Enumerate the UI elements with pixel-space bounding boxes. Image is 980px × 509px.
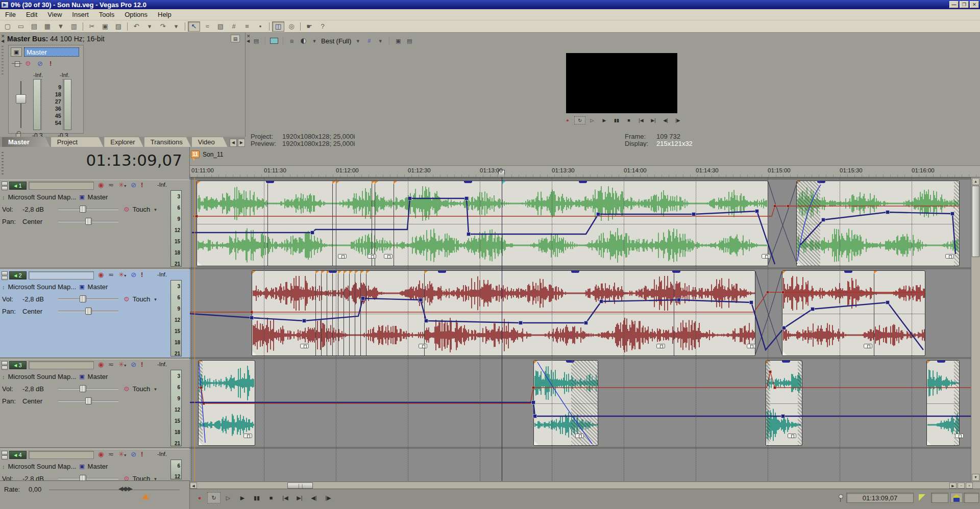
track-fx-button[interactable]: ✳▾ bbox=[118, 181, 126, 189]
device-label[interactable]: Microsoft Sound Map... bbox=[8, 193, 77, 201]
automation-dropdown-icon[interactable]: ▾ bbox=[154, 387, 157, 392]
pin-time-icon[interactable] bbox=[838, 494, 843, 502]
preview-play-from-start-button[interactable]: ▷ bbox=[586, 116, 598, 124]
stop-button[interactable]: ■ bbox=[264, 492, 278, 503]
preview-next-frame-button[interactable]: |▶ bbox=[672, 116, 683, 124]
selection-edit-tool-icon[interactable]: ▧ bbox=[214, 21, 227, 32]
home-icon[interactable] bbox=[950, 493, 963, 503]
track-restore-button[interactable] bbox=[2, 455, 8, 460]
mute-button[interactable]: ⊘ bbox=[131, 181, 136, 189]
timeline-time-display[interactable]: 01:13:09,07 bbox=[86, 151, 182, 169]
audio-event[interactable] bbox=[766, 360, 802, 446]
master-fader[interactable] bbox=[16, 81, 26, 128]
overlay-grid-icon[interactable]: # bbox=[364, 37, 374, 45]
preview-quality-label[interactable]: Best (Full) bbox=[321, 37, 351, 45]
device-label[interactable]: Microsoft Sound Map... bbox=[8, 373, 77, 380]
pan-value[interactable]: Center bbox=[22, 397, 58, 405]
track-envelope-button[interactable]: ≂ bbox=[108, 181, 114, 189]
import-media-icon[interactable]: ▼ bbox=[55, 21, 67, 32]
marker-bar[interactable]: 11 Son_11 bbox=[190, 147, 980, 166]
overlay-dropdown-icon[interactable]: ▾ bbox=[376, 37, 385, 45]
close-panel-icon[interactable]: ✕ bbox=[1, 34, 5, 39]
lock-envelopes-icon[interactable]: ▪ bbox=[254, 21, 266, 32]
event-fx-button[interactable] bbox=[300, 344, 309, 348]
preview-go-to-start-button[interactable]: |◀ bbox=[635, 116, 647, 124]
redo-icon[interactable]: ↷ bbox=[157, 21, 169, 32]
event-fx-button[interactable] bbox=[788, 434, 796, 438]
track-restore-button[interactable] bbox=[2, 276, 8, 280]
loop-playback-button[interactable]: ↻ bbox=[207, 492, 220, 503]
volume-slider[interactable] bbox=[58, 478, 118, 479]
mute-button[interactable]: ⊘ bbox=[131, 450, 136, 458]
interactive-tutorials-icon[interactable]: ☛ bbox=[303, 21, 315, 32]
tab-video-f[interactable]: Video F bbox=[192, 137, 228, 147]
marker-tag[interactable]: 11 bbox=[191, 150, 200, 158]
audio-event[interactable] bbox=[197, 181, 768, 266]
track-name-input[interactable] bbox=[29, 451, 94, 459]
volume-slider[interactable] bbox=[58, 298, 118, 300]
whats-this-help-icon[interactable]: ? bbox=[316, 21, 329, 32]
copy-frame-icon[interactable]: ▣ bbox=[394, 37, 403, 45]
scroll-left-arrow[interactable]: ◀ bbox=[190, 482, 197, 489]
mute-button[interactable]: ⊘ bbox=[131, 271, 136, 278]
automation-gear-icon[interactable]: ⚙ bbox=[124, 206, 130, 213]
external-monitor-icon[interactable] bbox=[270, 37, 279, 45]
restore-button[interactable]: ❐ bbox=[960, 1, 969, 8]
audio-event[interactable] bbox=[782, 270, 925, 356]
panel-grip[interactable] bbox=[2, 152, 4, 175]
record-arm-button[interactable]: ◉ bbox=[98, 361, 104, 368]
solo-button[interactable]: ! bbox=[141, 181, 143, 189]
vertical-scrollbar[interactable]: ▲ ▼ bbox=[971, 177, 980, 481]
redo-dropdown-icon[interactable]: ▾ bbox=[170, 21, 182, 32]
close-panel-icon[interactable]: ✕ bbox=[247, 34, 251, 39]
bus-icon[interactable]: ▣ bbox=[79, 373, 84, 380]
enable-snapping-icon[interactable]: # bbox=[228, 21, 240, 32]
rate-slider[interactable] bbox=[49, 490, 180, 490]
tab-master-bus[interactable]: Master Bus bbox=[2, 137, 50, 147]
device-label[interactable]: Microsoft Sound Map... bbox=[8, 283, 77, 291]
track-header[interactable]: ◀1 ◉ ≂ ✳▾ ⊘ ! -Inf. 36912151821 ↕ Micros… bbox=[0, 180, 190, 268]
volume-value[interactable]: -2.8 dB bbox=[22, 475, 58, 481]
event-fx-button[interactable] bbox=[945, 254, 954, 259]
bus-icon[interactable]: ▣ bbox=[79, 463, 84, 470]
automation-gear-icon[interactable]: ⚙ bbox=[124, 475, 130, 481]
audio-event[interactable] bbox=[252, 270, 755, 356]
menu-options[interactable]: Options bbox=[119, 10, 153, 19]
preview-go-to-end-button[interactable]: ▶| bbox=[648, 116, 659, 124]
event-fx-button[interactable] bbox=[243, 434, 252, 438]
collapse-panel-icon[interactable]: ◀ bbox=[1, 39, 4, 43]
normal-edit-tool-icon[interactable]: ↖ bbox=[188, 21, 200, 32]
track-header[interactable]: ◀4 ◉ ≂ ✳▾ ⊘ ! -Inf. 612 ↕ Microsoft Soun… bbox=[0, 449, 190, 481]
track-minimize-button[interactable] bbox=[2, 361, 8, 365]
quality-dropdown-icon[interactable]: ▾ bbox=[353, 37, 362, 45]
audio-event[interactable] bbox=[796, 181, 960, 266]
track-envelope-button[interactable]: ≂ bbox=[108, 271, 114, 278]
zoom-out-button[interactable]: − bbox=[958, 482, 965, 489]
device-label[interactable]: Microsoft Sound Map... bbox=[8, 463, 77, 470]
pan-slider[interactable] bbox=[58, 311, 118, 312]
event-fx-button[interactable] bbox=[955, 434, 964, 438]
tab-explorer[interactable]: Explorer bbox=[104, 137, 143, 147]
master-mute-icon[interactable]: ⊘ bbox=[37, 60, 43, 67]
volume-slider[interactable] bbox=[58, 209, 118, 210]
automation-mode[interactable]: Touch bbox=[133, 206, 151, 213]
track-lane-4[interactable] bbox=[190, 449, 980, 481]
render-as-icon[interactable]: ▦ bbox=[41, 21, 54, 32]
cut-icon[interactable]: ✂ bbox=[86, 21, 98, 32]
menu-file[interactable]: File bbox=[0, 10, 21, 19]
track-restore-button[interactable] bbox=[2, 366, 8, 370]
undo-icon[interactable]: ↶ bbox=[130, 21, 142, 32]
automation-gear-icon[interactable]: ⚙ bbox=[124, 295, 130, 303]
volume-value[interactable]: -2,8 dB bbox=[22, 206, 58, 213]
solo-button[interactable]: ! bbox=[141, 361, 143, 368]
panel-grip[interactable] bbox=[2, 46, 4, 77]
track-minimize-button[interactable] bbox=[2, 182, 8, 186]
record-arm-button[interactable]: ◉ bbox=[98, 271, 104, 278]
track-lane-2[interactable] bbox=[190, 269, 980, 357]
menu-tools[interactable]: Tools bbox=[94, 10, 119, 19]
event-fx-button[interactable] bbox=[419, 344, 427, 348]
track-name-input[interactable] bbox=[29, 271, 94, 279]
event-fx-button[interactable] bbox=[368, 254, 376, 259]
volume-value[interactable]: -2,8 dB bbox=[22, 295, 58, 303]
track-name-input[interactable] bbox=[29, 182, 94, 190]
